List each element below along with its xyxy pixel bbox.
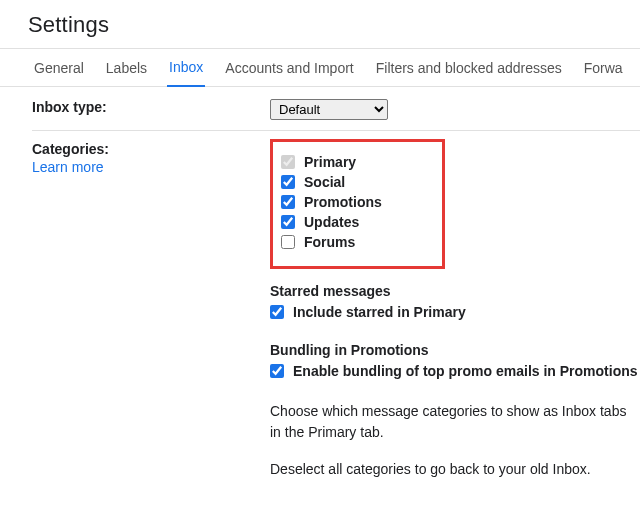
tab-filters-blocked[interactable]: Filters and blocked addresses xyxy=(374,50,564,86)
starred-label: Include starred in Primary xyxy=(293,304,466,320)
categories-control: Primary Social Promotions Updates Forums xyxy=(270,141,640,480)
category-row-promotions: Promotions xyxy=(281,192,382,212)
checkbox-bundling[interactable] xyxy=(270,364,284,378)
category-row-primary: Primary xyxy=(281,152,382,172)
category-label-promotions: Promotions xyxy=(304,194,382,210)
bundling-label: Enable bundling of top promo emails in P… xyxy=(293,363,638,379)
tab-general[interactable]: General xyxy=(32,50,86,86)
learn-more-link[interactable]: Learn more xyxy=(32,159,104,175)
starred-heading: Starred messages xyxy=(270,283,640,299)
categories-highlight-box: Primary Social Promotions Updates Forums xyxy=(270,139,445,269)
bundling-row: Enable bundling of top promo emails in P… xyxy=(270,361,640,381)
tabs-bar: General Labels Inbox Accounts and Import… xyxy=(0,49,640,87)
category-label-social: Social xyxy=(304,174,345,190)
category-label-primary: Primary xyxy=(304,154,356,170)
category-row-forums: Forums xyxy=(281,232,382,252)
category-label-updates: Updates xyxy=(304,214,359,230)
description-1: Choose which message categories to show … xyxy=(270,401,630,443)
settings-body: Inbox type: Default Categories: Learn mo… xyxy=(0,87,640,486)
category-row-updates: Updates xyxy=(281,212,382,232)
checkbox-promotions[interactable] xyxy=(281,195,295,209)
category-label-forums: Forums xyxy=(304,234,355,250)
row-categories: Categories: Learn more Primary Social Pr… xyxy=(32,137,640,486)
bundling-heading: Bundling in Promotions xyxy=(270,342,640,358)
categories-label-col: Categories: Learn more xyxy=(32,141,270,175)
row-inbox-type: Inbox type: Default xyxy=(32,93,640,126)
tab-labels[interactable]: Labels xyxy=(104,50,149,86)
starred-row: Include starred in Primary xyxy=(270,302,640,322)
tab-accounts-import[interactable]: Accounts and Import xyxy=(223,50,355,86)
categories-label: Categories: xyxy=(32,141,109,157)
category-row-social: Social xyxy=(281,172,382,192)
tab-inbox[interactable]: Inbox xyxy=(167,49,205,87)
page-title: Settings xyxy=(0,0,640,48)
description-2: Deselect all categories to go back to yo… xyxy=(270,459,630,480)
checkbox-starred[interactable] xyxy=(270,305,284,319)
tab-forwarding[interactable]: Forwa xyxy=(582,50,625,86)
checkbox-forums[interactable] xyxy=(281,235,295,249)
row-divider xyxy=(32,130,640,131)
checkbox-social[interactable] xyxy=(281,175,295,189)
inbox-type-select[interactable]: Default xyxy=(270,99,388,120)
inbox-type-label: Inbox type: xyxy=(32,99,270,115)
inbox-type-control: Default xyxy=(270,99,640,120)
checkbox-primary xyxy=(281,155,295,169)
checkbox-updates[interactable] xyxy=(281,215,295,229)
